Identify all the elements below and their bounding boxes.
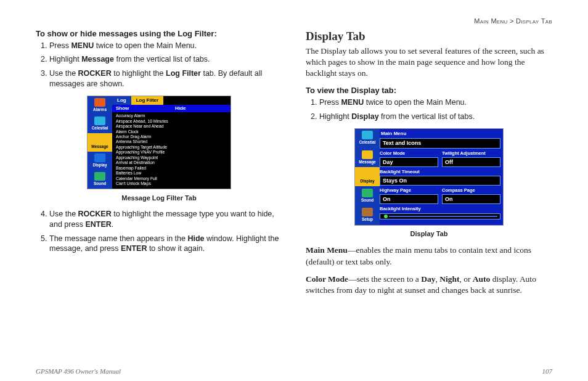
list-item: Antenna Shorted (116, 139, 227, 144)
fig1-caption: Message Log Filter Tab (36, 194, 282, 203)
left-steps-a: Press MENU twice to open the Main Menu.H… (36, 41, 282, 90)
step-item: Highlight Display from the vertical list… (319, 112, 552, 122)
sidebar-item: Celestial (355, 129, 380, 148)
list-item: Approaching Waypoint (116, 155, 227, 160)
list-item: Anchor Drag Alarm (116, 134, 227, 139)
list-item: Approaching VNAV Profile (116, 150, 227, 155)
step-item: Press MENU twice to open the Main Menu. (49, 41, 282, 51)
list-item: Airspace Ahead, 10 Minutes (116, 119, 227, 124)
list-item: Alarm Clock (116, 129, 227, 134)
step-item: The message name then appears in the Hid… (49, 234, 282, 255)
footer-page-number: 107 (542, 367, 553, 375)
tab: Log (112, 96, 131, 105)
figure-display-tab: CelestialMessageDisplaySoundSetup Main M… (354, 128, 504, 226)
list-item: Approaching Target Altitude (116, 145, 227, 150)
sidebar-item: Display (88, 152, 112, 170)
fig1-message-list: Accuracy AlarmAirspace Ahead, 10 Minutes… (116, 113, 227, 186)
para-color-mode: Color Mode—sets the screen to a Day, Nig… (306, 274, 552, 296)
list-item: Batteries Low (116, 171, 227, 176)
list-item: Basemap Failed (116, 166, 227, 171)
page-footer: GPSMAP 496 Owner's Manual 107 (36, 365, 552, 375)
sidebar-item: Setup (355, 205, 380, 224)
list-item: Airspace Near and Ahead (116, 124, 227, 129)
step-item: Press MENU twice to open the Main Menu. (319, 97, 552, 108)
section-title: Display Tab (306, 28, 552, 44)
list-item: Can't Unlock Maps (116, 181, 227, 186)
list-item: Arrival at Destination (116, 160, 227, 165)
sidebar-item: Sound (88, 170, 112, 189)
left-steps-b: Use the ROCKER to highlight the message … (36, 209, 282, 255)
figure-log-filter: AlarmsCelestialMessageDisplaySound LogLo… (87, 96, 231, 189)
sidebar-item: Sound (355, 186, 380, 205)
fig2-mainmenu-value: Text and Icons (380, 138, 500, 148)
sidebar-item: Message (355, 148, 380, 167)
right-lead: To view the Display tab: (306, 85, 552, 96)
list-item: Accuracy Alarm (116, 113, 227, 118)
left-lead: To show or hide messages using the Log F… (36, 28, 282, 39)
tab: Log Filter (131, 96, 163, 105)
para-main-menu: Main Menu—enables the main menu tabs to … (306, 245, 552, 267)
fig1-tabs: LogLog Filter (112, 96, 231, 105)
fig2-row-colormode: Color ModeDay Twilight AdjustmentOff (380, 150, 500, 169)
fig2-backlight-slider (380, 213, 500, 219)
sidebar-item: Celestial (88, 115, 112, 133)
sidebar-item: Display (355, 167, 380, 186)
right-column: Display Tab The Display tab allows you t… (306, 28, 552, 365)
fig2-mainmenu-label: Main Menu (380, 130, 500, 138)
list-item: Calendar Memory Full (116, 176, 227, 181)
fig2-caption: Display Tab (306, 229, 552, 239)
breadcrumb: Main Menu > Display Tab (36, 17, 552, 25)
step-item: Highlight Message from the vertical list… (49, 54, 282, 65)
footer-manual-title: GPSMAP 496 Owner's Manual (36, 367, 121, 375)
fig1-col-show: Show (112, 105, 171, 112)
sidebar-item: Alarms (88, 96, 112, 115)
fig1-col-hide: Hide (171, 105, 231, 112)
right-steps: Press MENU twice to open the Main Menu.H… (306, 97, 552, 122)
intro-paragraph: The Display tab allows you to set severa… (306, 46, 552, 80)
fig2-row-pages: Highway PageOn Compass PageOn (380, 187, 500, 206)
left-column: To show or hide messages using the Log F… (36, 28, 282, 365)
sidebar-item: Message (88, 133, 112, 152)
fig1-col-headers: Show Hide (112, 105, 231, 112)
step-item: Use the ROCKER to highlight the message … (49, 209, 282, 230)
step-item: Use the ROCKER to highlight the Log Filt… (49, 68, 282, 89)
fig1-sidebar: AlarmsCelestialMessageDisplaySound (88, 96, 112, 189)
fig2-sidebar: CelestialMessageDisplaySoundSetup (355, 129, 380, 225)
